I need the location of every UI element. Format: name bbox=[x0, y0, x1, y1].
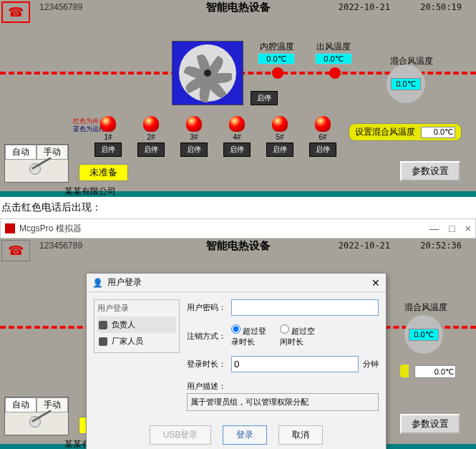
manual-tab[interactable]: 手动 bbox=[37, 397, 68, 412]
mode-box: 自动 手动 bbox=[4, 144, 69, 183]
mode-switch[interactable] bbox=[21, 412, 49, 432]
mix-temp-gauge: 0.0℃ bbox=[387, 64, 425, 103]
time-display: 20:52:36 bbox=[420, 241, 462, 251]
auto-tab[interactable]: 自动 bbox=[5, 397, 37, 412]
phone-icon: ☎ bbox=[8, 243, 24, 259]
maximize-button[interactable]: □ bbox=[449, 223, 455, 234]
time-display: 20:50:19 bbox=[420, 2, 462, 12]
valve-2-icon bbox=[329, 67, 341, 79]
mix-temp-block: 混合风温度 0.0℃ bbox=[404, 301, 447, 354]
duration-label: 登录时长： bbox=[187, 359, 227, 370]
auto-tab[interactable]: 自动 bbox=[5, 145, 37, 160]
lamp-label: 2# bbox=[147, 133, 155, 141]
lamp-icon bbox=[272, 116, 288, 132]
param-settings-button[interactable]: 参数设置 bbox=[400, 161, 460, 181]
login-button[interactable]: 登录 bbox=[223, 425, 267, 445]
dialog-title: 用户登录 bbox=[107, 276, 142, 289]
set-mix-strip bbox=[400, 364, 409, 377]
duration-input[interactable] bbox=[231, 356, 359, 372]
caption-text: 点击红色电话后出现： bbox=[0, 197, 476, 218]
desc-label: 用户描述： bbox=[187, 381, 379, 392]
main-area: 混合风温度 0.0℃ 自动 手动 未准备 参数设置 👤 用户登录 ✕ bbox=[0, 254, 476, 444]
group-label: 用户登录 bbox=[97, 303, 176, 314]
inner-temp-label: 内腔温度 bbox=[260, 41, 294, 53]
fan-display bbox=[172, 41, 243, 105]
heater-1: 1# 启停 bbox=[94, 116, 122, 157]
user-name: 负责人 bbox=[112, 319, 135, 330]
user-icon: 👤 bbox=[92, 278, 103, 288]
main-panel-2: ☎ 123456789 智能电热设备 2022-10-21 20:52:36 混… bbox=[0, 238, 476, 449]
radio-input[interactable] bbox=[231, 324, 241, 334]
lamp-label: 3# bbox=[190, 133, 198, 141]
lamp-icon bbox=[100, 116, 116, 132]
heater-lamp-row: 1# 启停 2# 启停 3# 启停 4# 启停 5# 启停 bbox=[94, 116, 336, 157]
window-title: McgsPro 模拟器 bbox=[19, 223, 82, 235]
inner-temp-value: 0.0℃ bbox=[258, 53, 295, 64]
lamp-label: 5# bbox=[276, 133, 283, 141]
password-label: 用户密码： bbox=[187, 302, 227, 313]
user-description: 属于管理员组，可以管理权限分配 bbox=[187, 393, 379, 411]
radio-input[interactable] bbox=[280, 324, 289, 334]
lamp-icon bbox=[143, 116, 159, 132]
minimize-button[interactable]: — bbox=[429, 223, 439, 234]
set-mix-label: 设置混合风温度 bbox=[355, 126, 415, 138]
set-mix-input[interactable] bbox=[414, 365, 456, 378]
heater-3-button[interactable]: 启停 bbox=[180, 143, 208, 157]
set-mix-input[interactable] bbox=[421, 127, 455, 138]
password-input[interactable] bbox=[231, 299, 379, 316]
heater-5-button[interactable]: 启停 bbox=[266, 143, 293, 157]
outlet-temp-label: 出风温度 bbox=[316, 41, 351, 53]
mix-temp-label: 混合风温度 bbox=[404, 301, 447, 314]
heater-6-button[interactable]: 启停 bbox=[309, 143, 336, 157]
lamp-label: 4# bbox=[233, 133, 241, 141]
main-panel-1: ☎ 123456789 智能电热设备 2022-10-21 20:50:19 启… bbox=[0, 0, 476, 197]
dialog-titlebar: 👤 用户登录 ✕ bbox=[87, 274, 386, 292]
heater-1-button[interactable]: 启停 bbox=[94, 143, 122, 157]
user-list-group: 用户登录 负责人 厂家人员 bbox=[94, 299, 180, 353]
login-dialog: 👤 用户登录 ✕ 用户登录 负责人 厂家人员 bbox=[86, 273, 387, 449]
manual-tab[interactable]: 手动 bbox=[37, 145, 68, 160]
date-display: 2022-10-21 bbox=[339, 241, 390, 251]
heater-5: 5# 启停 bbox=[266, 116, 293, 157]
app-logo-icon bbox=[5, 223, 15, 233]
user-item-factory[interactable]: 厂家人员 bbox=[97, 333, 176, 349]
close-window-button[interactable]: × bbox=[465, 223, 471, 234]
top-bar: ☎ 123456789 智能电热设备 2022-10-21 20:50:19 bbox=[0, 0, 476, 16]
radio-login-duration[interactable]: 超过登录时长 bbox=[231, 324, 271, 347]
usb-login-button[interactable]: USB登录 bbox=[150, 425, 212, 445]
phone-number: 123456789 bbox=[39, 2, 82, 12]
phone-button[interactable]: ☎ bbox=[1, 1, 30, 23]
param-settings-button[interactable]: 参数设置 bbox=[400, 414, 460, 434]
duration-unit: 分钟 bbox=[363, 359, 379, 370]
mix-temp-value: 0.0℃ bbox=[391, 78, 420, 90]
app-title: 智能电热设备 bbox=[206, 1, 271, 14]
phone-number: 123456789 bbox=[39, 241, 82, 251]
dialog-close-button[interactable]: ✕ bbox=[371, 277, 380, 289]
lamp-icon bbox=[229, 116, 245, 132]
heater-2: 2# 启停 bbox=[137, 116, 165, 157]
valve-1-icon bbox=[272, 67, 283, 79]
phone-button[interactable]: ☎ bbox=[1, 240, 30, 261]
heater-2-button[interactable]: 启停 bbox=[137, 143, 165, 157]
mix-temp-gauge: 0.0℃ bbox=[404, 315, 443, 354]
logout-mode-label: 注销方式： bbox=[187, 331, 227, 342]
radio-idle-duration[interactable]: 超过空闲时长 bbox=[280, 324, 320, 347]
top-bar: ☎ 123456789 智能电热设备 2022-10-21 20:52:36 bbox=[0, 238, 476, 254]
user-name: 厂家人员 bbox=[112, 336, 143, 347]
app-title: 智能电热设备 bbox=[206, 239, 271, 253]
user-item-manager[interactable]: 负责人 bbox=[97, 317, 176, 333]
date-display: 2022-10-21 bbox=[339, 2, 390, 12]
lamp-label: 6# bbox=[319, 133, 326, 141]
not-ready-status: 未准备 bbox=[79, 164, 128, 181]
person-icon bbox=[99, 337, 107, 346]
fan-start-stop-button[interactable]: 启停 bbox=[251, 91, 278, 105]
heater-4-button[interactable]: 启停 bbox=[223, 143, 251, 157]
mode-switch[interactable] bbox=[21, 159, 49, 179]
main-area: 启停 内腔温度 出风温度 混合风温度 0.0℃ 0.0℃ 0.0℃ 红色为停止 … bbox=[0, 16, 476, 191]
lamp-icon bbox=[315, 116, 331, 132]
cancel-button[interactable]: 取消 bbox=[278, 425, 323, 445]
company-name: 某某有限公司 bbox=[64, 185, 116, 197]
lamp-label: 1# bbox=[104, 133, 112, 141]
heater-3: 3# 启停 bbox=[180, 116, 208, 157]
lamp-icon bbox=[186, 116, 202, 132]
